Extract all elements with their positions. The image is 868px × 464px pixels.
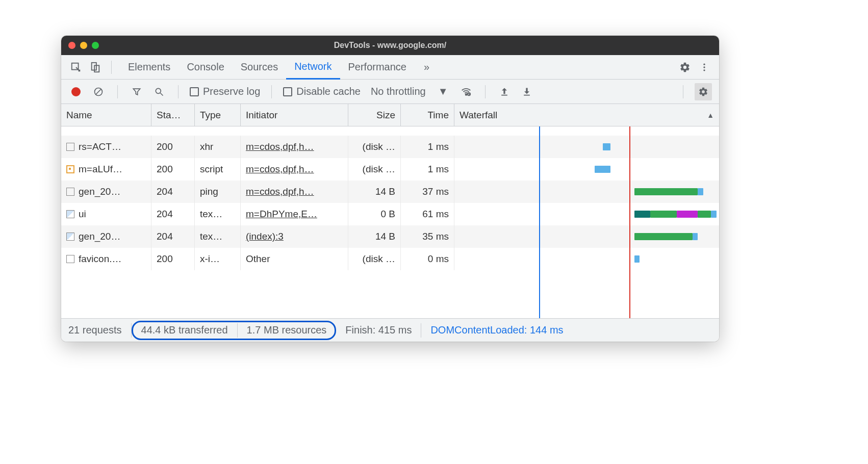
more-tabs-icon[interactable]: » xyxy=(419,61,435,73)
cell-time: 1 ms xyxy=(401,136,454,158)
network-toolbar: Preserve log Disable cache No throttling… xyxy=(61,80,719,104)
img-icon xyxy=(66,210,74,218)
panel-tabs-bar: ElementsConsoleSourcesNetworkPerformance… xyxy=(61,55,719,80)
cell-name: gen_20… xyxy=(61,181,151,203)
cell-type: xhr xyxy=(195,136,241,158)
divider xyxy=(271,85,272,98)
devtools-window: DevTools - www.google.com/ ElementsConso… xyxy=(61,36,719,342)
col-waterfall[interactable]: Waterfall ▲ xyxy=(454,104,719,126)
footer-resources: 1.7 MB resources xyxy=(238,323,330,338)
col-time[interactable]: Time xyxy=(401,104,454,126)
tabs-container: ElementsConsoleSourcesNetworkPerformance xyxy=(120,55,415,80)
svg-point-5 xyxy=(703,69,705,71)
network-settings-icon[interactable] xyxy=(695,83,712,100)
cell-waterfall xyxy=(454,225,719,248)
col-type[interactable]: Type xyxy=(195,104,241,126)
preserve-log-checkbox[interactable]: Preserve log xyxy=(190,86,260,97)
divider xyxy=(111,61,112,74)
search-icon[interactable] xyxy=(151,84,167,99)
cell-initiator: m=DhPYme,E… xyxy=(241,203,348,225)
maximize-window-button[interactable] xyxy=(92,42,99,49)
footer-finish: Finish: 415 ms xyxy=(336,323,421,338)
cell-initiator: (index):3 xyxy=(241,225,348,248)
status-footer: 21 requests 44.4 kB transferred 1.7 MB r… xyxy=(61,318,719,342)
cell-status: 204 xyxy=(151,225,195,248)
initiator-link[interactable]: m=cdos,dpf,h… xyxy=(246,186,314,197)
network-conditions-icon[interactable] xyxy=(458,84,474,99)
table-header: Name Sta… Type Initiator Size Time Water… xyxy=(61,104,719,126)
record-button[interactable] xyxy=(68,84,84,99)
footer-dcl: DOMContentLoaded: 144 ms xyxy=(421,323,572,338)
cell-status: 200 xyxy=(151,158,195,181)
close-window-button[interactable] xyxy=(68,42,75,49)
cell-type: ping xyxy=(195,181,241,203)
upload-har-icon[interactable] xyxy=(497,84,512,99)
cell-name: ui xyxy=(61,203,151,225)
tab-performance[interactable]: Performance xyxy=(340,55,415,80)
cell-name: m=aLUf… xyxy=(61,158,151,181)
tab-sources[interactable]: Sources xyxy=(233,55,286,80)
table-row[interactable]: favicon.…200x-i…Other(disk …0 ms xyxy=(61,248,719,270)
inspect-element-icon[interactable] xyxy=(68,60,84,75)
cell-time: 37 ms xyxy=(401,181,454,203)
titlebar: DevTools - www.google.com/ xyxy=(61,36,719,55)
divider xyxy=(117,85,118,98)
minimize-window-button[interactable] xyxy=(80,42,87,49)
cell-time: 1 ms xyxy=(401,158,454,181)
cell-status: 204 xyxy=(151,181,195,203)
cell-size: 0 B xyxy=(348,203,401,225)
col-initiator[interactable]: Initiator xyxy=(241,104,348,126)
tab-console[interactable]: Console xyxy=(178,55,232,80)
table-row[interactable]: ui204tex…m=DhPYme,E…0 B61 ms xyxy=(61,203,719,225)
divider xyxy=(178,85,178,98)
img-icon xyxy=(66,233,74,241)
download-har-icon[interactable] xyxy=(519,84,534,99)
footer-highlight: 44.4 kB transferred 1.7 MB resources xyxy=(132,321,337,340)
cell-time: 35 ms xyxy=(401,225,454,248)
cell-size: (disk … xyxy=(348,136,401,158)
tab-elements[interactable]: Elements xyxy=(120,55,178,80)
cell-time: 61 ms xyxy=(401,203,454,225)
initiator-link[interactable]: m=cdos,dpf,h… xyxy=(246,164,314,175)
cell-waterfall xyxy=(454,248,719,270)
table-row[interactable]: gen_20…204pingm=cdos,dpf,h…14 B37 ms xyxy=(61,181,719,203)
cell-waterfall xyxy=(454,203,719,225)
doc-icon xyxy=(66,188,74,196)
cell-name: favicon.… xyxy=(61,248,151,270)
divider xyxy=(485,85,486,98)
table-row[interactable]: gen_20…204tex…(index):314 B35 ms xyxy=(61,225,719,248)
cell-initiator: Other xyxy=(241,248,348,270)
cell-initiator: m=cdos,dpf,h… xyxy=(241,181,348,203)
dropdown-caret-icon: ▼ xyxy=(438,86,448,97)
cell-status: 200 xyxy=(151,136,195,158)
kebab-menu-icon[interactable] xyxy=(697,60,712,75)
cell-status: 200 xyxy=(151,248,195,270)
cell-size: (disk … xyxy=(348,248,401,270)
disable-cache-checkbox[interactable]: Disable cache xyxy=(283,86,361,97)
table-row[interactable]: m=aLUf…200scriptm=cdos,dpf,h…(disk …1 ms xyxy=(61,158,719,181)
request-rows: rs=ACT…200xhrm=cdos,dpf,h…(disk …1 msm=a… xyxy=(61,126,719,318)
col-name[interactable]: Name xyxy=(61,104,151,126)
cell-name: gen_20… xyxy=(61,225,151,248)
footer-transferred: 44.4 kB transferred xyxy=(138,323,238,338)
cell-time: 0 ms xyxy=(401,248,454,270)
filter-icon[interactable] xyxy=(129,84,144,99)
cell-size: 14 B xyxy=(348,181,401,203)
tab-network[interactable]: Network xyxy=(286,55,340,80)
cell-waterfall xyxy=(454,136,719,158)
table-row[interactable]: rs=ACT…200xhrm=cdos,dpf,h…(disk …1 ms xyxy=(61,136,719,158)
col-status[interactable]: Sta… xyxy=(151,104,195,126)
col-size[interactable]: Size xyxy=(348,104,401,126)
doc-icon xyxy=(66,255,74,263)
svg-point-4 xyxy=(703,66,705,68)
initiator-link[interactable]: m=cdos,dpf,h… xyxy=(246,141,314,152)
clear-button[interactable] xyxy=(91,84,106,99)
device-toolbar-icon[interactable] xyxy=(88,60,103,75)
initiator-link[interactable]: (index):3 xyxy=(246,231,284,242)
script-icon xyxy=(66,165,74,173)
doc-icon xyxy=(66,143,74,151)
settings-gear-icon[interactable] xyxy=(677,60,693,75)
initiator-link[interactable]: m=DhPYme,E… xyxy=(246,209,317,220)
throttling-select[interactable]: No throttling ▼ xyxy=(368,86,451,97)
disable-cache-label: Disable cache xyxy=(296,86,361,97)
